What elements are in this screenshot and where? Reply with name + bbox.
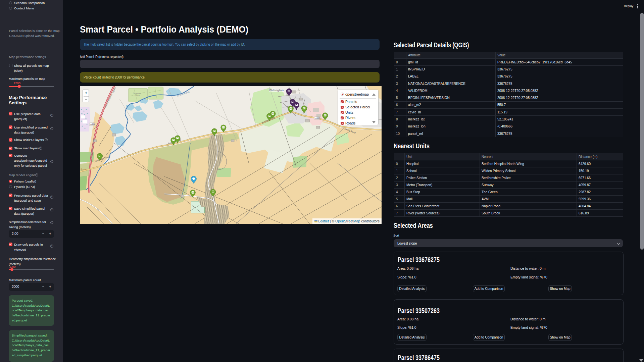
svg-text:Octagon: Octagon (133, 92, 141, 94)
svg-text:A603: A603 (315, 117, 320, 119)
svg-text:Road: Road (135, 95, 140, 97)
svg-text:Cross: Cross (81, 168, 86, 170)
svg-text:A421: A421 (90, 123, 95, 125)
svg-text:Willington: Willington (269, 89, 284, 92)
